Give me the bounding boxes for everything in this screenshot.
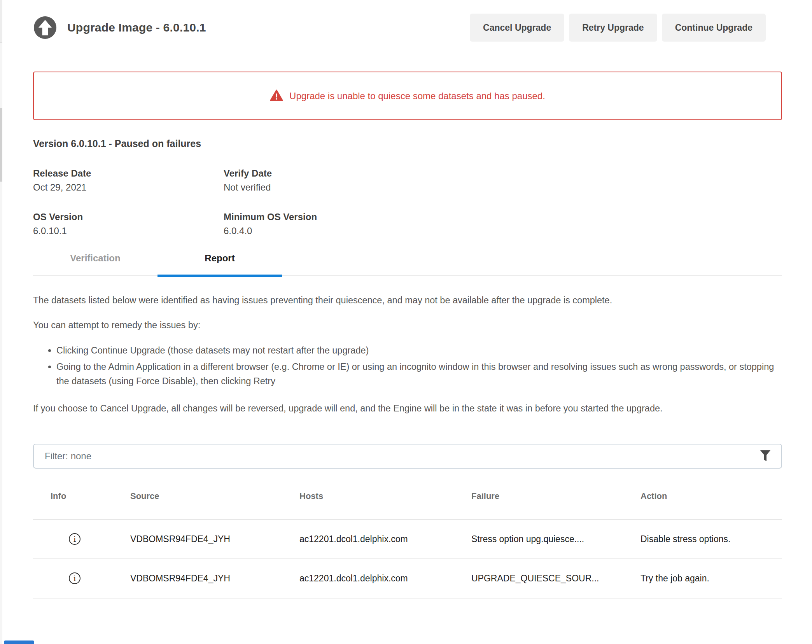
row-info-cell: i: [33, 533, 130, 545]
header-action-buttons: Cancel Upgrade Retry Upgrade Continue Up…: [470, 14, 766, 42]
release-date-value: Oct 29, 2021: [33, 182, 224, 193]
release-date-field: Release Date Oct 29, 2021: [33, 168, 224, 193]
quiesce-paused-warning-banner: Upgrade is unable to quiesce some datase…: [33, 72, 782, 120]
min-os-version-field: Minimum OS Version 6.0.4.0: [224, 212, 782, 236]
upgrade-arrow-icon: [33, 16, 57, 40]
column-header-source: Source: [130, 491, 299, 501]
retry-upgrade-button[interactable]: Retry Upgrade: [569, 14, 657, 42]
warning-message: Upgrade is unable to quiesce some datase…: [289, 91, 545, 102]
remedy-bullet-list: Clicking Continue Upgrade (those dataset…: [56, 343, 782, 388]
remedy-bullet-continue: Clicking Continue Upgrade (those dataset…: [56, 343, 782, 357]
cancel-upgrade-button[interactable]: Cancel Upgrade: [470, 14, 564, 42]
filter-bar[interactable]: Filter: none: [33, 444, 782, 469]
version-details-grid: Release Date Oct 29, 2021 Verify Date No…: [33, 168, 782, 236]
os-version-field: OS Version 6.0.10.1: [33, 212, 224, 236]
verify-date-field: Verify Date Not verified: [224, 168, 782, 193]
dialog-header: Upgrade Image - 6.0.10.1 Cancel Upgrade …: [2, 0, 812, 42]
row-info-cell: i: [33, 572, 130, 584]
info-circle-icon[interactable]: i: [69, 572, 80, 584]
report-tab-content: The datasets listed below were identifie…: [33, 293, 782, 416]
row-source-cell: VDBOMSR94FDE4_JYH: [130, 573, 299, 584]
table-header-row: Info Source Hosts Failure Action: [33, 469, 782, 520]
report-intro-text: The datasets listed below were identifie…: [33, 293, 782, 307]
tab-report[interactable]: Report: [158, 253, 282, 275]
warning-triangle-icon: [270, 89, 283, 102]
os-version-label: OS Version: [33, 212, 224, 222]
row-source-cell: VDBOMSR94FDE4_JYH: [130, 534, 299, 544]
partially-visible-button[interactable]: [4, 640, 34, 644]
table-row: i VDBOMSR94FDE4_JYH ac12201.dcol1.delphi…: [33, 520, 782, 559]
table-row: i VDBOMSR94FDE4_JYH ac12201.dcol1.delphi…: [33, 559, 782, 598]
verify-date-value: Not verified: [224, 182, 782, 193]
verify-date-label: Verify Date: [224, 168, 782, 179]
remedy-bullet-admin-app: Going to the Admin Application in a diff…: [56, 360, 782, 388]
failures-table: Info Source Hosts Failure Action i VDBOM…: [33, 469, 782, 598]
filter-funnel-icon[interactable]: [760, 450, 770, 462]
min-os-version-label: Minimum OS Version: [224, 212, 782, 222]
page-title: Upgrade Image - 6.0.10.1: [67, 21, 206, 34]
cancel-note-text: If you choose to Cancel Upgrade, all cha…: [33, 401, 782, 415]
filter-label: Filter: none: [45, 451, 91, 462]
upgrade-image-dialog: Upgrade Image - 6.0.10.1 Cancel Upgrade …: [2, 0, 812, 644]
version-status-heading: Version 6.0.10.1 - Paused on failures: [33, 138, 782, 149]
min-os-version-value: 6.0.4.0: [224, 226, 782, 236]
row-hosts-cell: ac12201.dcol1.delphix.com: [299, 573, 471, 584]
remedy-heading-text: You can attempt to remedy the issues by:: [33, 318, 782, 332]
os-version-value: 6.0.10.1: [33, 226, 224, 236]
info-circle-icon[interactable]: i: [69, 533, 80, 545]
row-failure-cell: Stress option upg.quiesce....: [471, 534, 640, 544]
column-header-failure: Failure: [471, 491, 640, 501]
row-action-cell: Disable stress options.: [640, 534, 782, 544]
row-hosts-cell: ac12201.dcol1.delphix.com: [299, 534, 471, 544]
row-failure-cell: UPGRADE_QUIESCE_SOUR...: [471, 573, 640, 584]
continue-upgrade-button[interactable]: Continue Upgrade: [662, 14, 766, 42]
header-title-group: Upgrade Image - 6.0.10.1: [33, 16, 206, 40]
column-header-info: Info: [33, 491, 130, 501]
column-header-action: Action: [640, 491, 782, 501]
column-header-hosts: Hosts: [299, 491, 471, 501]
tab-bar: Verification Report: [33, 253, 782, 276]
tab-verification[interactable]: Verification: [33, 253, 158, 275]
row-action-cell: Try the job again.: [640, 573, 782, 584]
release-date-label: Release Date: [33, 168, 224, 179]
